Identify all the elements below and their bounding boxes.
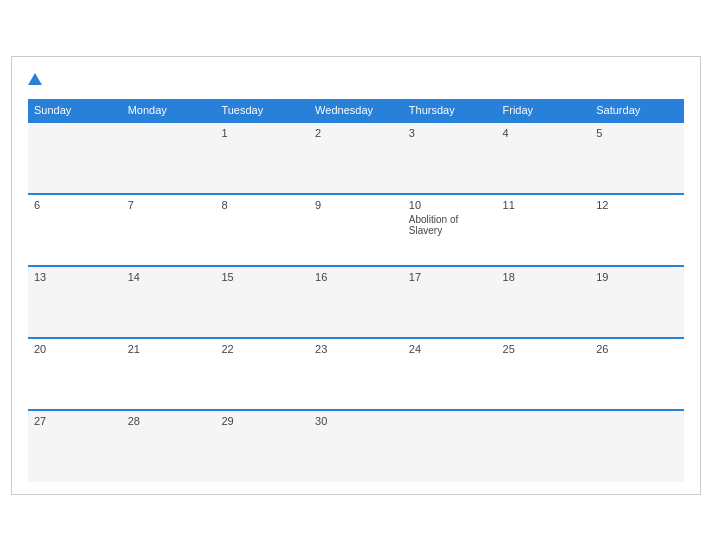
day-number: 7 — [128, 199, 210, 211]
day-number: 21 — [128, 343, 210, 355]
calendar-cell: 4 — [497, 122, 591, 194]
weekday-header-monday: Monday — [122, 99, 216, 122]
weekday-header-sunday: Sunday — [28, 99, 122, 122]
calendar-cell: 10Abolition of Slavery — [403, 194, 497, 266]
day-number: 18 — [503, 271, 585, 283]
calendar-cell: 24 — [403, 338, 497, 410]
calendar-cell: 19 — [590, 266, 684, 338]
day-number: 10 — [409, 199, 491, 211]
calendar-cell: 16 — [309, 266, 403, 338]
day-number: 13 — [34, 271, 116, 283]
calendar-cell: 6 — [28, 194, 122, 266]
day-number: 29 — [221, 415, 303, 427]
logo-blue-text — [28, 73, 44, 85]
calendar-cell: 1 — [215, 122, 309, 194]
day-number: 24 — [409, 343, 491, 355]
day-number: 23 — [315, 343, 397, 355]
calendar-cell — [28, 122, 122, 194]
weekday-header-friday: Friday — [497, 99, 591, 122]
calendar-cell: 11 — [497, 194, 591, 266]
logo-triangle-icon — [28, 73, 42, 85]
day-number: 26 — [596, 343, 678, 355]
day-number: 1 — [221, 127, 303, 139]
calendar-cell: 17 — [403, 266, 497, 338]
calendar-cell: 13 — [28, 266, 122, 338]
day-number: 16 — [315, 271, 397, 283]
calendar-cell: 21 — [122, 338, 216, 410]
calendar-cell: 9 — [309, 194, 403, 266]
day-number: 30 — [315, 415, 397, 427]
calendar-cell: 18 — [497, 266, 591, 338]
weekday-header-row: SundayMondayTuesdayWednesdayThursdayFrid… — [28, 99, 684, 122]
logo — [28, 73, 44, 85]
day-number: 15 — [221, 271, 303, 283]
calendar-cell: 8 — [215, 194, 309, 266]
calendar-cell — [590, 410, 684, 482]
calendar-cell: 20 — [28, 338, 122, 410]
week-row-4: 20212223242526 — [28, 338, 684, 410]
calendar-cell: 15 — [215, 266, 309, 338]
day-number: 6 — [34, 199, 116, 211]
week-row-3: 13141516171819 — [28, 266, 684, 338]
day-number: 20 — [34, 343, 116, 355]
day-number: 8 — [221, 199, 303, 211]
weekday-header-wednesday: Wednesday — [309, 99, 403, 122]
week-row-1: 12345 — [28, 122, 684, 194]
calendar-cell: 27 — [28, 410, 122, 482]
day-number: 19 — [596, 271, 678, 283]
day-number: 25 — [503, 343, 585, 355]
day-number: 17 — [409, 271, 491, 283]
calendar-cell — [403, 410, 497, 482]
calendar-header — [28, 73, 684, 85]
calendar-grid: SundayMondayTuesdayWednesdayThursdayFrid… — [28, 99, 684, 482]
day-number: 9 — [315, 199, 397, 211]
day-number: 2 — [315, 127, 397, 139]
day-number: 28 — [128, 415, 210, 427]
day-number: 14 — [128, 271, 210, 283]
calendar-cell: 26 — [590, 338, 684, 410]
calendar-cell — [122, 122, 216, 194]
day-number: 12 — [596, 199, 678, 211]
calendar-cell — [497, 410, 591, 482]
calendar-cell: 2 — [309, 122, 403, 194]
day-number: 11 — [503, 199, 585, 211]
day-number: 27 — [34, 415, 116, 427]
day-number: 3 — [409, 127, 491, 139]
calendar-cell: 29 — [215, 410, 309, 482]
calendar-cell: 7 — [122, 194, 216, 266]
calendar-cell: 28 — [122, 410, 216, 482]
calendar-cell: 12 — [590, 194, 684, 266]
day-event: Abolition of Slavery — [409, 214, 491, 236]
week-row-2: 678910Abolition of Slavery1112 — [28, 194, 684, 266]
calendar-cell: 25 — [497, 338, 591, 410]
weekday-header-tuesday: Tuesday — [215, 99, 309, 122]
weekday-header-saturday: Saturday — [590, 99, 684, 122]
calendar-cell: 23 — [309, 338, 403, 410]
day-number: 4 — [503, 127, 585, 139]
calendar-cell: 14 — [122, 266, 216, 338]
calendar-container: SundayMondayTuesdayWednesdayThursdayFrid… — [11, 56, 701, 495]
calendar-cell: 22 — [215, 338, 309, 410]
week-row-5: 27282930 — [28, 410, 684, 482]
calendar-cell: 3 — [403, 122, 497, 194]
weekday-header-thursday: Thursday — [403, 99, 497, 122]
calendar-cell: 30 — [309, 410, 403, 482]
day-number: 5 — [596, 127, 678, 139]
calendar-cell: 5 — [590, 122, 684, 194]
day-number: 22 — [221, 343, 303, 355]
